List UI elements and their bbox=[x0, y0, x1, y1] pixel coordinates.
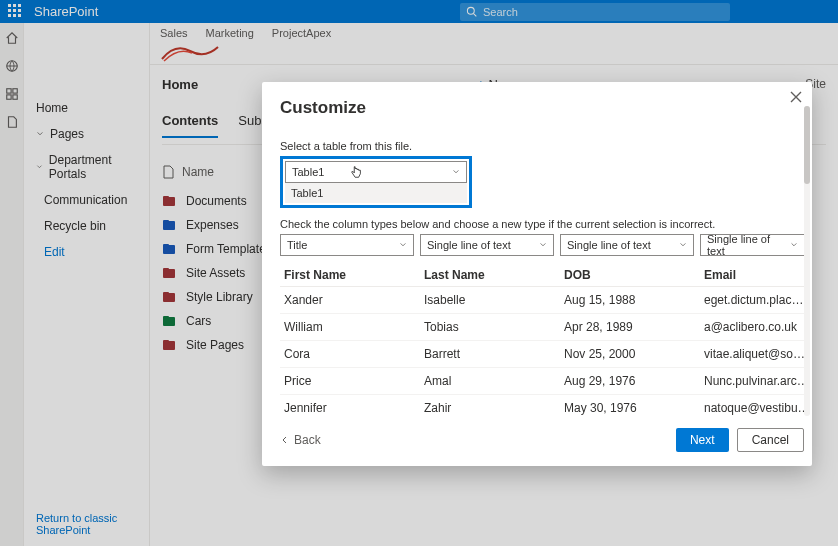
modal-scrollbar[interactable] bbox=[804, 106, 810, 416]
table-cell: vitae.aliquet@sociisnat bbox=[700, 347, 804, 361]
table-cell: Xander bbox=[280, 293, 420, 307]
customize-dialog: Customize Select a table from this file.… bbox=[262, 82, 812, 466]
table-select-highlight: Table1 Table1 bbox=[280, 156, 472, 208]
table-cell: Zahir bbox=[420, 401, 560, 415]
table-select[interactable]: Table1 bbox=[285, 161, 467, 183]
chevron-down-icon bbox=[539, 241, 547, 249]
table-row: WilliamTobiasApr 28, 1989a@aclibero.co.u… bbox=[280, 314, 804, 341]
table-header: First NameLast NameDOBEmail bbox=[280, 264, 804, 287]
table-cell: Isabelle bbox=[420, 293, 560, 307]
column-type-select[interactable]: Single line of text bbox=[560, 234, 694, 256]
chevron-down-icon bbox=[679, 241, 687, 249]
column-type-select[interactable]: Single line of text bbox=[420, 234, 554, 256]
column-header[interactable]: Email bbox=[700, 268, 804, 282]
select-table-label: Select a table from this file. bbox=[280, 140, 804, 152]
column-type-select[interactable]: Single line of text bbox=[700, 234, 804, 256]
table-cell: Apr 28, 1989 bbox=[560, 320, 700, 334]
table-cell: Cora bbox=[280, 347, 420, 361]
dialog-title: Customize bbox=[280, 98, 804, 118]
column-header[interactable]: First Name bbox=[280, 268, 420, 282]
chevron-left-icon bbox=[280, 435, 290, 445]
table-cell: Nov 25, 2000 bbox=[560, 347, 700, 361]
close-button[interactable] bbox=[790, 90, 802, 106]
table-option-table1[interactable]: Table1 bbox=[285, 183, 467, 203]
table-cell: Tobias bbox=[420, 320, 560, 334]
column-type-value: Single line of text bbox=[427, 239, 511, 251]
next-button[interactable]: Next bbox=[676, 428, 729, 452]
table-cell: May 30, 1976 bbox=[560, 401, 700, 415]
table-cell: Aug 29, 1976 bbox=[560, 374, 700, 388]
column-type-row: TitleSingle line of textSingle line of t… bbox=[280, 234, 804, 256]
table-select-value: Table1 bbox=[292, 166, 324, 178]
table-cell: natoque@vestibulumlc bbox=[700, 401, 804, 415]
chevron-down-icon bbox=[790, 241, 798, 249]
column-type-value: Single line of text bbox=[707, 233, 790, 257]
back-button[interactable]: Back bbox=[280, 433, 321, 447]
column-type-select[interactable]: Title bbox=[280, 234, 414, 256]
column-type-value: Title bbox=[287, 239, 307, 251]
column-type-value: Single line of text bbox=[567, 239, 651, 251]
table-cell: Jennifer bbox=[280, 401, 420, 415]
table-cell: Amal bbox=[420, 374, 560, 388]
column-header[interactable]: DOB bbox=[560, 268, 700, 282]
table-cell: Price bbox=[280, 374, 420, 388]
cancel-button[interactable]: Cancel bbox=[737, 428, 804, 452]
close-icon bbox=[790, 91, 802, 103]
back-label: Back bbox=[294, 433, 321, 447]
table-row: JenniferZahirMay 30, 1976natoque@vestibu… bbox=[280, 395, 804, 418]
table-row: PriceAmalAug 29, 1976Nunc.pulvinar.arcu@… bbox=[280, 368, 804, 395]
dialog-footer: Back Next Cancel bbox=[280, 418, 804, 452]
chevron-down-icon bbox=[452, 168, 460, 176]
table-row: CoraBarrettNov 25, 2000vitae.aliquet@soc… bbox=[280, 341, 804, 368]
table-cell: Barrett bbox=[420, 347, 560, 361]
chevron-down-icon bbox=[399, 241, 407, 249]
table-cell: eget.dictum.placerat@c bbox=[700, 293, 804, 307]
table-cell: a@aclibero.co.uk bbox=[700, 320, 804, 334]
column-header[interactable]: Last Name bbox=[420, 268, 560, 282]
table-row: XanderIsabelleAug 15, 1988eget.dictum.pl… bbox=[280, 287, 804, 314]
preview-table: First NameLast NameDOBEmail XanderIsabel… bbox=[280, 264, 804, 418]
table-cell: Aug 15, 1988 bbox=[560, 293, 700, 307]
table-cell: William bbox=[280, 320, 420, 334]
column-type-label: Check the column types below and choose … bbox=[280, 218, 804, 230]
table-cell: Nunc.pulvinar.arcu@co bbox=[700, 374, 804, 388]
